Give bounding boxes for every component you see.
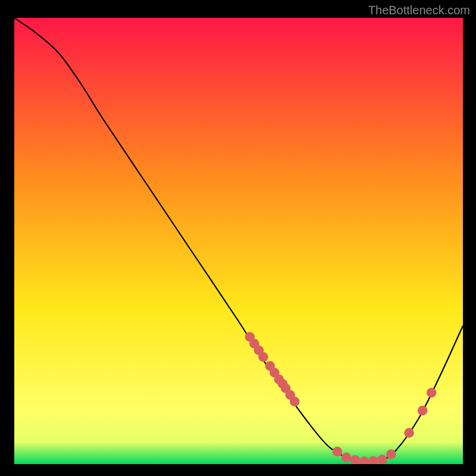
watermark-label: TheBottleneck.com [368,4,470,17]
scatter-point [386,449,396,459]
scatter-point [427,388,437,398]
scatter-point [418,406,428,416]
scatter-point [333,447,343,457]
scatter-point [258,352,268,362]
scatter-point [404,428,414,438]
scatter-point [342,452,352,462]
bottleneck-chart [14,18,463,464]
scatter-point [290,397,300,407]
